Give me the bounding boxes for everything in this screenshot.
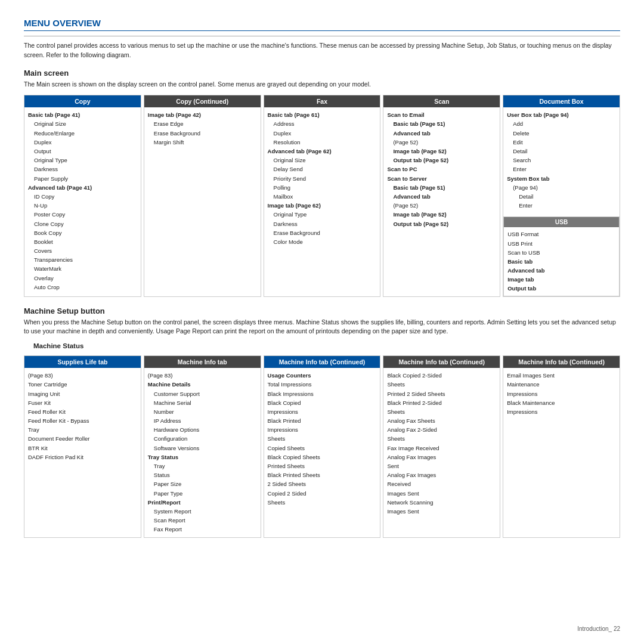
menu-item: Sheets <box>268 498 377 507</box>
menu-item: Software Versions <box>148 444 257 453</box>
menu-item: Covers <box>28 246 137 255</box>
menu-item: Scan to Server <box>387 174 496 183</box>
menu-item: Priority Send <box>268 174 377 183</box>
usb-item: USB Print <box>507 239 615 248</box>
menu-item: Basic tab (Page 41) <box>28 110 137 119</box>
menu-item: Copied 2 Sided <box>268 489 377 498</box>
menu-column-body: Usage CountersTotal ImpressionsBlack Imp… <box>264 368 380 510</box>
menu-item: Toner Cartridge <box>28 380 137 389</box>
menu-item: ID Copy <box>28 192 137 201</box>
menu-item: Image tab (Page 52) <box>387 210 496 219</box>
usb-body: USB FormatUSB PrintScan to USBBasic tabA… <box>504 227 619 295</box>
menu-item: Number <box>148 407 257 416</box>
menu-item: BTR Kit <box>28 444 137 453</box>
menu-item: (Page 83) <box>28 371 137 380</box>
menu-column-body: Scan to EmailBasic tab (Page 51)Advanced… <box>383 107 500 231</box>
menu-item: Duplex <box>268 129 377 138</box>
menu-item: Email Images Sent <box>507 371 616 380</box>
menu-item: Sent <box>387 462 496 470</box>
menu-item: Transparencies <box>28 255 137 264</box>
menu-column-body: (Page 83)Toner CartridgeImaging UnitFuse… <box>24 368 141 465</box>
menu-column-body: Email Images SentMaintenanceImpressionsB… <box>503 368 620 419</box>
menu-item: System Box tab <box>507 174 616 183</box>
menu-item: Sheets <box>387 407 496 416</box>
menu-item: Usage Counters <box>268 371 377 380</box>
menu-item: Detail <box>507 192 616 201</box>
menu-column-body: (Page 83)Machine DetailsCustomer Support… <box>144 368 261 537</box>
menu-item: Search <box>507 156 616 165</box>
menu-item: DADF Friction Pad Kit <box>28 453 137 462</box>
menu-item: Sheets <box>387 380 496 389</box>
menu-column: Copy (Continued)Image tab (Page 42)Erase… <box>144 95 261 296</box>
main-screen-desc: The Main screen is shown on the display … <box>24 80 620 89</box>
menu-item: Address <box>268 119 377 128</box>
menu-item: Fax Report <box>148 525 257 534</box>
menu-item: Tray <box>28 425 137 434</box>
menu-item: Paper Size <box>148 479 257 488</box>
page-footer: Introduction_ 22 <box>577 626 620 632</box>
usb-item: Image tab <box>507 275 615 284</box>
menu-column-header: Machine Info tab (Continued) <box>503 356 620 368</box>
machine-status-grid: Supplies Life tab(Page 83)Toner Cartridg… <box>24 355 620 537</box>
menu-column: ScanScan to EmailBasic tab (Page 51)Adva… <box>383 95 500 296</box>
menu-column: Supplies Life tab(Page 83)Toner Cartridg… <box>24 355 141 537</box>
menu-item: Margin Shift <box>148 138 257 147</box>
menu-item: Network Scanning <box>387 498 496 507</box>
menu-column-header: Machine Info tab <box>144 356 261 368</box>
menu-item: Clone Copy <box>28 219 137 228</box>
menu-column-header: Copy (Continued) <box>144 95 261 107</box>
menu-item: Analog Fax Sheets <box>387 416 496 425</box>
menu-item: Basic tab (Page 51) <box>387 183 496 192</box>
menu-item: Output <box>28 147 137 156</box>
menu-item: Advanced tab <box>387 129 496 138</box>
menu-item: Black Copied <box>268 398 377 407</box>
menu-item: Customer Support <box>148 389 257 398</box>
menu-column-header: Supplies Life tab <box>24 356 141 368</box>
menu-item: Duplex <box>28 138 137 147</box>
menu-item: Images Sent <box>387 507 496 516</box>
menu-item: Total Impressions <box>268 380 377 389</box>
menu-item: Basic tab (Page 61) <box>268 110 377 119</box>
menu-column: Machine Info tab (Continued)Usage Counte… <box>264 355 381 537</box>
menu-item: Enter <box>507 165 616 174</box>
menu-item: Color Mode <box>268 237 377 246</box>
usb-box: USBUSB FormatUSB PrintScan to USBBasic t… <box>503 216 620 296</box>
menu-column-body: Basic tab (Page 41)Original SizeReduce/E… <box>24 107 141 295</box>
menu-item: Output tab (Page 52) <box>387 156 496 165</box>
menu-item: Black Copied Sheets <box>268 453 377 462</box>
menu-item: Advanced tab <box>387 192 496 201</box>
menu-item: Enter <box>507 201 616 210</box>
menu-item: Scan to PC <box>387 165 496 174</box>
menu-column-header: Machine Info tab (Continued) <box>383 356 500 368</box>
menu-column: CopyBasic tab (Page 41)Original SizeRedu… <box>24 95 141 296</box>
usb-item: USB Format <box>507 230 615 239</box>
menu-item: (Page 94) <box>507 183 616 192</box>
menu-item: Black Printed Sheets <box>268 470 377 479</box>
menu-item: WaterMark <box>28 264 137 273</box>
menu-item: Analog Fax Images <box>387 470 496 479</box>
menu-item: Black Printed <box>268 416 377 425</box>
menu-item: System Report <box>148 507 257 516</box>
menu-item: Hardware Options <box>148 425 257 434</box>
menu-column-header: Scan <box>383 95 500 107</box>
menu-item: Original Type <box>268 210 377 219</box>
menu-item: Image tab (Page 62) <box>268 201 377 210</box>
menu-item: (Page 52) <box>387 201 496 210</box>
usb-header: USB <box>504 217 619 227</box>
menu-item: Overlay <box>28 274 137 283</box>
menu-column-body: User Box tab (Page 94)AddDeleteEditDetai… <box>503 107 620 213</box>
menu-item: Scan to Email <box>387 110 496 119</box>
menu-item: Tray Status <box>148 453 257 462</box>
menu-item: Darkness <box>28 165 137 174</box>
menu-item: Received <box>387 479 496 488</box>
usb-item: Advanced tab <box>507 266 615 275</box>
menu-item: N-Up <box>28 201 137 210</box>
menu-item: Erase Background <box>268 228 377 237</box>
menu-item: Original Size <box>268 156 377 165</box>
menu-item: (Page 83) <box>148 371 257 380</box>
menu-item: Booklet <box>28 237 137 246</box>
menu-item: Analog Fax 2-Sided <box>387 425 496 434</box>
menu-item: Advanced tab (Page 62) <box>268 147 377 156</box>
menu-column-header: Fax <box>264 95 380 107</box>
menu-item: Copied Sheets <box>268 444 377 453</box>
